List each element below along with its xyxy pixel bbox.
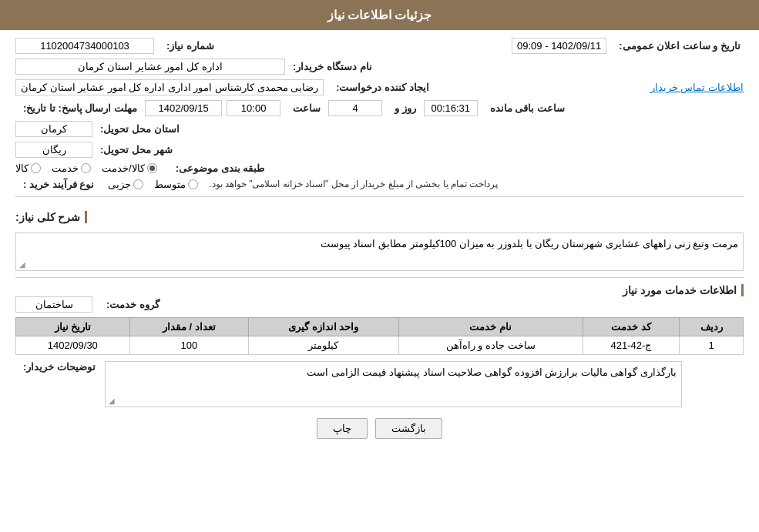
tawzih-text: بارگذاری گواهی مالیات برارزش افزوده گواه… [307,366,677,378]
gorohe-label: گروه خدمت: [106,299,160,310]
tawzih-label: توضیحات خریدار: [23,361,96,373]
ijad-konande-row: اطلاعات تماس خریدار ایجاد کننده درخواست:… [15,79,744,95]
tarikh-value: 1402/09/15 [145,100,222,116]
col-tedad: تعداد / مقدار [129,318,248,336]
table-header-row: ردیف کد خدمت نام خدمت واحد اندازه گیری ت… [16,318,744,336]
cell-tarikh: 1402/09/30 [16,336,130,355]
ostan-label: استان محل تحویل: [100,123,180,135]
table-head: ردیف کد خدمت نام خدمت واحد اندازه گیری ت… [16,318,744,336]
col-radif: ردیف [680,318,744,336]
sharh-resize-handle: ◢ [19,260,25,269]
mohlat-label: مهلت ارسال پاسخ: تا تاریخ: [23,102,137,114]
radio-motavasset-circle [188,179,198,189]
radio-motavasset[interactable]: متوسط [154,179,198,190]
ijad-konande-label: ایجاد کننده درخواست: [336,82,429,93]
radio-khedmat-label: خدمت [52,162,79,174]
ijad-konande-value: رضایی محمدی کارشناس امور اداری اداره کل … [15,79,324,95]
shomare-niaz-row: تاریخ و ساعت اعلان عمومی: 1402/09/11 - 0… [15,38,744,54]
radio-jozi-label: جزیی [108,179,131,190]
radio-kala-khedmat[interactable]: کالا/خدمت [102,162,157,174]
gorohe-row: گروه خدمت: ساختمان [15,296,744,313]
col-tarikh: تاریخ نیاز [16,318,130,336]
radio-kala-khedmat-label: کالا/خدمت [102,162,145,174]
service-info-title-row: اطلاعات خدمات مورد نیاز [15,284,744,296]
nam-dastgah-value: اداره کل امور عشایر استان کرمان [15,59,285,75]
farayand-label: نوع فرآیند خرید : [23,179,94,190]
content-area: تاریخ و ساعت اعلان عمومی: 1402/09/11 - 0… [0,30,759,447]
cell-radif: 1 [680,336,744,355]
cell-kod: ج-42-421 [583,336,680,355]
ostan-row: استان محل تحویل: کرمان [15,121,744,137]
col-nam: نام خدمت [398,318,583,336]
divider-1 [15,196,744,197]
saat-label: ساعت [293,102,321,114]
tawzih-box: بارگذاری گواهی مالیات برارزش افزوده گواه… [105,361,682,407]
ettelaat-tamas-link[interactable]: اطلاعات تماس خریدار [650,82,744,93]
nam-dastgah-label: نام دستگاه خریدار: [293,61,372,72]
sharh-section-title: شرح کلی نیاز: [15,211,87,223]
purchase-note: پرداخت تمام یا بخشی از مبلغ خریدار از مح… [209,179,498,189]
tabaqe-label: طبقه بندی موضوعی: [176,162,265,174]
radio-jozi-circle [133,179,143,189]
shahr-value: ریگان [15,142,92,158]
tarikh-elan-value: 1402/09/11 - 09:09 [512,38,606,54]
service-info-title: اطلاعات خدمات مورد نیاز [623,284,744,296]
bazgasht-button[interactable]: بازگشت [375,418,442,439]
radio-khedmat[interactable]: خدمت [52,162,91,174]
baqi-mande-label: ساعت باقی مانده [490,102,565,114]
mohlat-row: ساعت باقی مانده 00:16:31 روز و 4 ساعت 10… [15,100,744,116]
rooz-label: روز و [395,102,416,114]
page-header: جزئیات اطلاعات نیاز [0,0,759,30]
service-table-container: ردیف کد خدمت نام خدمت واحد اندازه گیری ت… [15,317,744,355]
shomare-niaz-value: 1102004734000103 [15,38,154,54]
page-wrapper: جزئیات اطلاعات نیاز تاریخ و ساعت اعلان ع… [0,0,759,532]
shomare-niaz-label: شماره نیاز: [166,40,214,52]
col-vahed: واحد اندازه گیری [249,318,399,336]
radio-kala-label: کالا [15,162,29,174]
sharh-box: مرمت وتیغ زنی راههای عشایری شهرستان ریگا… [15,233,744,271]
radio-jozi[interactable]: جزیی [108,179,143,190]
gorohe-value: ساختمان [15,296,92,313]
rooz-value: 4 [328,100,382,116]
table-body: 1 ج-42-421 ساخت جاده و راه‌آهن کیلومتر 1… [16,336,744,355]
sharh-box-container: مرمت وتیغ زنی راههای عشایری شهرستان ریگا… [15,233,744,271]
service-table: ردیف کد خدمت نام خدمت واحد اندازه گیری ت… [15,317,744,355]
sharh-text: مرمت وتیغ زنی راههای عشایری شهرستان ریگا… [321,238,738,249]
chap-button[interactable]: چاپ [317,418,368,439]
tabaqe-row: طبقه بندی موضوعی: کالا/خدمت خدمت کالا [15,162,744,174]
col-kod: کد خدمت [583,318,680,336]
shahr-row: شهر محل تحویل: ریگان [15,142,744,158]
button-row: بازگشت چاپ [15,418,744,439]
cell-nam: ساخت جاده و راه‌آهن [398,336,583,355]
table-row: 1 ج-42-421 ساخت جاده و راه‌آهن کیلومتر 1… [16,336,744,355]
shahr-label: شهر محل تحویل: [100,144,173,156]
nam-dastgah-row: نام دستگاه خریدار: اداره کل امور عشایر ا… [15,59,744,75]
baqi-mande-value: 00:16:31 [424,100,478,116]
ostan-value: کرمان [15,121,92,137]
radio-khedmat-circle [81,163,91,173]
radio-kala[interactable]: کالا [15,162,41,174]
saat-value: 10:00 [227,100,280,116]
cell-vahed: کیلومتر [249,336,399,355]
tawzih-resize-handle: ◢ [109,396,115,405]
divider-2 [15,277,744,278]
tarikh-elan-label: تاریخ و ساعت اعلان عمومی: [619,40,741,52]
tawzih-row: بارگذاری گواهی مالیات برارزش افزوده گواه… [15,361,744,407]
page-title: جزئیات اطلاعات نیاز [327,8,432,22]
sharh-label-row: شرح کلی نیاز: [15,203,744,228]
farayand-row: پرداخت تمام یا بخشی از مبلغ خریدار از مح… [15,179,744,190]
radio-kala-khedmat-circle [147,163,157,173]
cell-tedad: 100 [129,336,248,355]
radio-kala-circle [31,163,41,173]
radio-motavasset-label: متوسط [154,179,186,190]
